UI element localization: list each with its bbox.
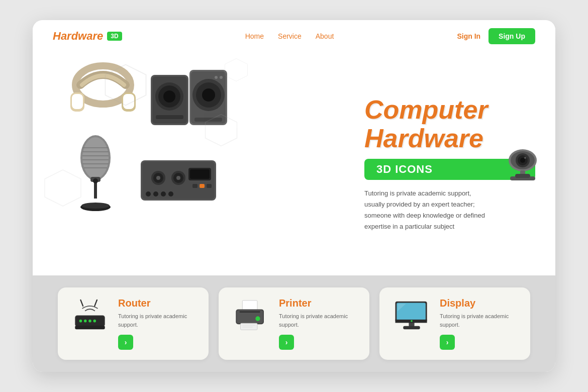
navbar: Hardware 3D Home Service About Sign In S… <box>33 20 555 52</box>
svg-point-88 <box>411 320 413 322</box>
svg-point-72 <box>93 319 96 322</box>
svg-point-24 <box>220 76 223 79</box>
svg-marker-5 <box>225 59 248 81</box>
svg-point-60 <box>520 158 525 163</box>
svg-rect-64 <box>515 174 530 178</box>
svg-rect-74 <box>242 300 257 310</box>
svg-rect-77 <box>240 311 260 313</box>
hero-section: Computer Hardware 3D ICONS Tutoring is p… <box>33 52 555 275</box>
sign-in-link[interactable]: Sign In <box>457 32 480 40</box>
svg-marker-4 <box>206 115 237 146</box>
svg-line-65 <box>80 300 83 306</box>
svg-marker-3 <box>106 65 146 106</box>
printer-icon <box>231 298 271 333</box>
svg-point-70 <box>84 319 87 322</box>
browser-window: Hardware 3D Home Service About Sign In S… <box>33 20 555 372</box>
printer-card: Printer Tutoring is private academic sup… <box>219 287 369 360</box>
svg-rect-50 <box>200 184 205 188</box>
svg-rect-35 <box>94 181 97 199</box>
nav-service[interactable]: Service <box>278 32 302 40</box>
hero-hex-wire-1 <box>103 62 148 108</box>
svg-rect-55 <box>168 191 173 197</box>
svg-rect-49 <box>192 184 198 188</box>
display-icon <box>391 298 432 333</box>
svg-point-46 <box>176 176 180 180</box>
printer-arrow-button[interactable]: › <box>279 335 294 350</box>
svg-point-38 <box>93 178 98 183</box>
svg-rect-53 <box>153 191 158 197</box>
svg-point-27 <box>82 137 109 178</box>
router-icon <box>70 298 110 333</box>
display-card-desc: Tutoring is private academic support. <box>440 312 518 329</box>
svg-rect-73 <box>75 325 105 329</box>
svg-point-71 <box>88 319 91 322</box>
display-arrow-button[interactable]: › <box>440 335 455 350</box>
hero-hex-wire-2 <box>204 113 239 148</box>
svg-line-66 <box>94 300 97 306</box>
svg-point-78 <box>255 316 260 321</box>
svg-rect-9 <box>72 94 83 109</box>
svg-rect-86 <box>403 326 420 329</box>
svg-rect-17 <box>156 115 183 119</box>
hero-hex-wire-3 <box>224 57 249 82</box>
svg-point-25 <box>215 76 218 79</box>
logo-badge: 3D <box>107 32 122 41</box>
sign-up-button[interactable]: Sign Up <box>488 28 535 44</box>
hero-hex-wire-4 <box>43 168 83 208</box>
svg-point-43 <box>156 176 160 180</box>
svg-point-37 <box>81 203 110 209</box>
nav-actions: Sign In Sign Up <box>457 28 535 44</box>
nav-links: Home Service About <box>245 32 334 40</box>
display-card: Display Tutoring is private academic sup… <box>379 287 530 360</box>
svg-rect-51 <box>207 184 212 188</box>
audio-interface-icon <box>138 153 219 208</box>
router-card-content: Router Tutoring is private academic supp… <box>118 298 197 350</box>
router-card-desc: Tutoring is private academic support. <box>118 312 197 329</box>
printer-card-content: Printer Tutoring is private academic sup… <box>279 298 357 350</box>
bottom-section: Router Tutoring is private academic supp… <box>33 275 555 372</box>
webcam-icon <box>500 146 545 181</box>
svg-rect-79 <box>241 323 257 330</box>
svg-point-16 <box>163 90 175 103</box>
router-arrow-button[interactable]: › <box>118 335 133 350</box>
router-card: Router Tutoring is private academic supp… <box>58 287 209 360</box>
svg-point-69 <box>79 319 82 322</box>
nav-about[interactable]: About <box>316 32 334 40</box>
printer-card-desc: Tutoring is private academic support. <box>279 312 357 329</box>
hero-description: Tutoring is private academic support, us… <box>364 188 485 232</box>
svg-point-22 <box>202 88 215 102</box>
svg-point-61 <box>524 157 526 159</box>
hero-icons-area <box>33 52 354 275</box>
svg-rect-54 <box>161 191 166 197</box>
svg-rect-52 <box>146 191 151 197</box>
svg-marker-6 <box>45 170 81 206</box>
svg-rect-48 <box>190 169 210 179</box>
logo: Hardware 3D <box>53 30 122 43</box>
display-card-content: Display Tutoring is private academic sup… <box>440 298 518 350</box>
display-card-title: Display <box>440 298 518 309</box>
hero-title: Computer Hardware <box>364 95 535 153</box>
nav-home[interactable]: Home <box>245 32 264 40</box>
printer-card-title: Printer <box>279 298 357 309</box>
router-card-title: Router <box>118 298 197 309</box>
logo-name: Hardware <box>53 30 103 43</box>
